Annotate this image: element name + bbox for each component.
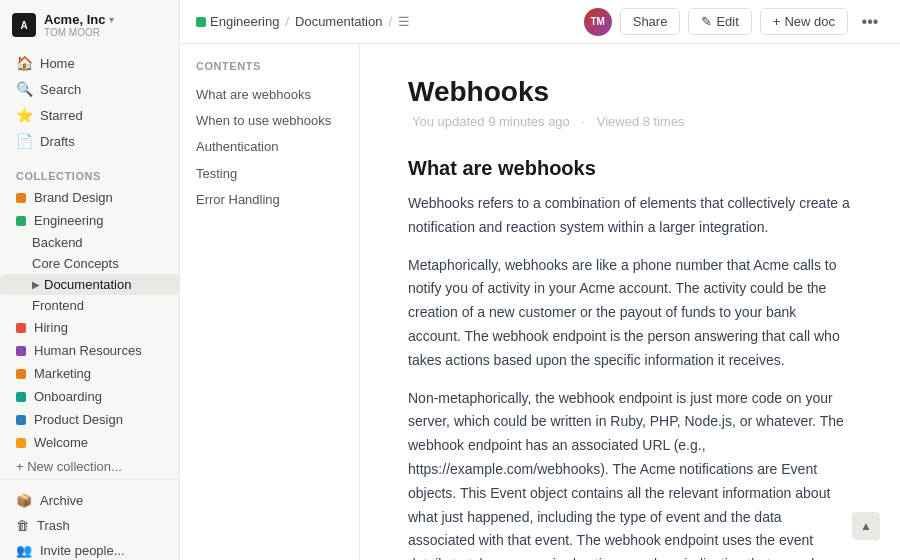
toc-item-what-are-webhooks[interactable]: What are webhooks [196, 82, 343, 108]
nav-trash[interactable]: 🗑 Trash [8, 513, 171, 538]
nav-archive[interactable]: 📦 Archive [8, 488, 171, 513]
article-title: Webhooks [408, 76, 852, 108]
collection-engineering[interactable]: Engineering [0, 209, 179, 232]
edit-icon: ✎ [701, 14, 712, 29]
meta-update: You updated 9 minutes ago [412, 114, 570, 129]
nav-search[interactable]: 🔍 Search [8, 76, 171, 102]
breadcrumb-documentation-label: Documentation [295, 14, 382, 29]
home-icon: 🏠 [16, 55, 32, 71]
collection-onboarding[interactable]: Onboarding [0, 385, 179, 408]
section-heading-0: What are webhooks [408, 157, 852, 180]
scroll-to-top-button[interactable]: ▲ [852, 512, 880, 540]
edit-button[interactable]: ✎ Edit [688, 8, 751, 35]
nav-starred[interactable]: ⭐ Starred [8, 102, 171, 128]
breadcrumb: Engineering / Documentation / ☰ [196, 14, 580, 29]
collection-brand-design[interactable]: Brand Design [0, 186, 179, 209]
collection-welcome[interactable]: Welcome [0, 431, 179, 454]
hiring-label: Hiring [34, 320, 68, 335]
archive-icon: 📦 [16, 493, 32, 508]
welcome-label: Welcome [34, 435, 88, 450]
invite-label: Invite people... [40, 543, 125, 558]
sidebar-bottom: 📦 Archive 🗑 Trash 👥 Invite people... [0, 479, 179, 560]
onboarding-dot [16, 392, 26, 402]
breadcrumb-sep-1: / [285, 14, 289, 29]
toc-title: CONTENTS [196, 60, 343, 72]
collection-marketing[interactable]: Marketing [0, 362, 179, 385]
nav-search-label: Search [40, 82, 81, 97]
invite-icon: 👥 [16, 543, 32, 558]
hr-label: Human Resources [34, 343, 142, 358]
toc-item-error-handling[interactable]: Error Handling [196, 187, 343, 213]
marketing-dot [16, 369, 26, 379]
trash-icon: 🗑 [16, 518, 29, 533]
workspace-user: TOM MOOR [44, 27, 167, 38]
menu-icon[interactable]: ☰ [398, 14, 410, 29]
welcome-dot [16, 438, 26, 448]
topbar-actions: TM Share ✎ Edit + New doc ••• [584, 8, 884, 36]
sidebar: A Acme, Inc ▾ TOM MOOR 🏠 Home 🔍 Search ⭐… [0, 0, 180, 560]
new-doc-button[interactable]: + New doc [760, 8, 848, 35]
brand-design-dot [16, 193, 26, 203]
search-icon: 🔍 [16, 81, 32, 97]
collection-human-resources[interactable]: Human Resources [0, 339, 179, 362]
nav-home-label: Home [40, 56, 75, 71]
sidebar-item-documentation[interactable]: ▶ Documentation [0, 274, 179, 295]
user-avatar: TM [584, 8, 612, 36]
breadcrumb-engineering[interactable]: Engineering [196, 14, 279, 29]
new-collection-label: + New collection... [16, 459, 122, 474]
engineering-label: Engineering [34, 213, 103, 228]
workspace-logo: A [12, 13, 36, 37]
article-p-0-1: Metaphorically, webhooks are like a phon… [408, 254, 852, 373]
trash-label: Trash [37, 518, 70, 533]
workspace-header[interactable]: A Acme, Inc ▾ TOM MOOR [0, 0, 179, 46]
toc-item-when-to-use-webhooks[interactable]: When to use webhooks [196, 108, 343, 134]
nav-home[interactable]: 🏠 Home [8, 50, 171, 76]
product-design-label: Product Design [34, 412, 123, 427]
more-options-button[interactable]: ••• [856, 8, 884, 36]
collection-product-design[interactable]: Product Design [0, 408, 179, 431]
article-meta: You updated 9 minutes ago · Viewed 8 tim… [408, 114, 852, 129]
drafts-icon: 📄 [16, 133, 32, 149]
marketing-label: Marketing [34, 366, 91, 381]
article-area: Webhooks You updated 9 minutes ago · Vie… [360, 44, 900, 560]
new-doc-label: New doc [784, 14, 835, 29]
sidebar-item-frontend[interactable]: Frontend [0, 295, 179, 316]
engineering-dot [16, 216, 26, 226]
more-icon: ••• [862, 13, 879, 31]
sidebar-item-core-concepts[interactable]: Core Concepts [0, 253, 179, 274]
sidebar-item-backend[interactable]: Backend [0, 232, 179, 253]
breadcrumb-engineering-label: Engineering [210, 14, 279, 29]
nav-starred-label: Starred [40, 108, 83, 123]
collection-hiring[interactable]: Hiring [0, 316, 179, 339]
engineering-breadcrumb-dot [196, 17, 206, 27]
breadcrumb-documentation[interactable]: Documentation [295, 14, 382, 29]
product-design-dot [16, 415, 26, 425]
toc-item-testing[interactable]: Testing [196, 161, 343, 187]
article-p-0-2: Non-metaphorically, the webhook endpoint… [408, 387, 852, 560]
new-collection-btn[interactable]: + New collection... [0, 454, 179, 479]
content-body: CONTENTS What are webhooks When to use w… [180, 44, 900, 560]
toc-item-authentication[interactable]: Authentication [196, 134, 343, 160]
article-p-0-0: Webhooks refers to a combination of elem… [408, 192, 852, 240]
share-label: Share [633, 14, 668, 29]
collections-label: COLLECTIONS [0, 158, 179, 186]
hr-dot [16, 346, 26, 356]
share-button[interactable]: Share [620, 8, 681, 35]
topbar: Engineering / Documentation / ☰ TM Share… [180, 0, 900, 44]
nav-invite[interactable]: 👥 Invite people... [8, 538, 171, 560]
breadcrumb-sep-2: / [388, 14, 392, 29]
meta-views: Viewed 8 times [597, 114, 685, 129]
expand-chevron: ▶ [32, 279, 40, 290]
onboarding-label: Onboarding [34, 389, 102, 404]
main-nav: 🏠 Home 🔍 Search ⭐ Starred 📄 Drafts [0, 46, 179, 158]
new-doc-plus-icon: + [773, 14, 781, 29]
nav-drafts[interactable]: 📄 Drafts [8, 128, 171, 154]
archive-label: Archive [40, 493, 83, 508]
table-of-contents: CONTENTS What are webhooks When to use w… [180, 44, 360, 560]
workspace-chevron: ▾ [109, 14, 114, 25]
hiring-dot [16, 323, 26, 333]
edit-label: Edit [716, 14, 738, 29]
workspace-name: Acme, Inc [44, 12, 105, 27]
nav-drafts-label: Drafts [40, 134, 75, 149]
main-area: Engineering / Documentation / ☰ TM Share… [180, 0, 900, 560]
